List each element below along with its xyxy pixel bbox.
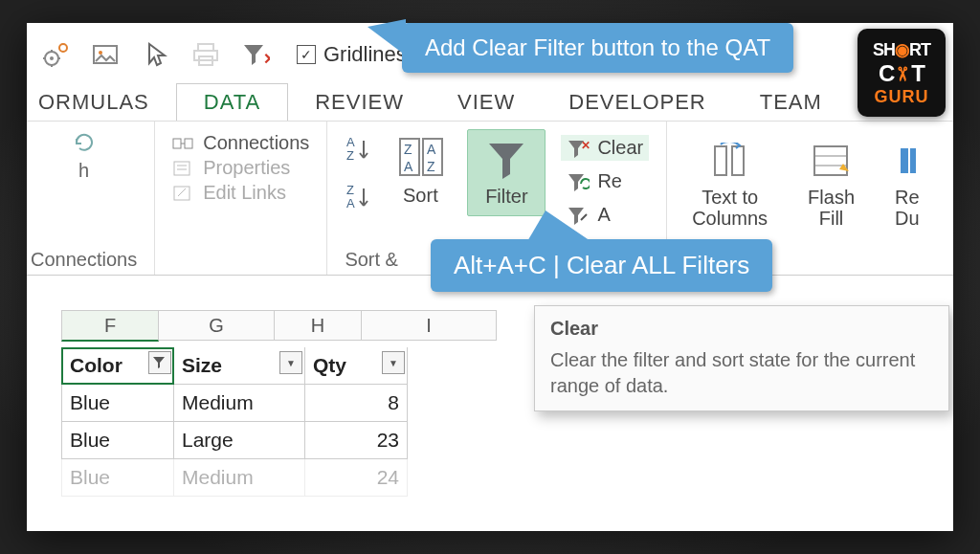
tab-view[interactable]: VIEW <box>431 84 542 121</box>
flash-fill-button[interactable]: FlashFill <box>800 137 862 234</box>
sort-desc-button[interactable]: ZA <box>345 183 373 215</box>
svg-rect-29 <box>814 146 847 175</box>
svg-text:A: A <box>427 142 436 157</box>
funnel-clear-icon: ✕ <box>567 138 590 159</box>
group-refresh: h Connections <box>27 122 155 275</box>
tab-review[interactable]: REVIEW <box>288 84 431 121</box>
properties-button[interactable]: Properties <box>172 157 309 179</box>
filter-dropdown-icon[interactable] <box>148 351 171 374</box>
sort-asc-button[interactable]: AZ <box>345 135 373 167</box>
svg-text:Z: Z <box>404 142 412 157</box>
tooltip-body: Clear the filter and sort state for the … <box>550 347 933 399</box>
svg-point-2 <box>59 44 67 52</box>
tooltip-clear: Clear Clear the filter and sort state fo… <box>534 305 949 411</box>
shortcut-guru-logo: SH◉RT C✂T GURU <box>858 29 946 117</box>
callout-qat: Add Clear Filter button to the QAT <box>402 23 793 73</box>
svg-text:Z: Z <box>427 159 435 174</box>
filter-button[interactable]: Filter <box>467 129 546 216</box>
svg-rect-12 <box>174 162 189 175</box>
table-row: Blue Medium 24 <box>61 459 953 497</box>
tab-developer[interactable]: DEVELOPER <box>542 84 733 121</box>
svg-rect-10 <box>185 139 192 148</box>
col-header-G[interactable]: G <box>159 310 275 341</box>
svg-rect-33 <box>910 148 916 173</box>
text-to-columns-button[interactable]: Text toColumns <box>684 137 775 234</box>
callout-shortcut: Alt+A+C | Clear ALL Filters <box>431 239 772 292</box>
svg-rect-32 <box>901 148 908 173</box>
group-connections: Connections Properties Edit Links <box>155 122 327 275</box>
print-icon[interactable] <box>189 38 222 71</box>
connections-button[interactable]: Connections <box>172 132 309 154</box>
svg-rect-27 <box>715 146 726 175</box>
funnel-reapply-icon <box>567 171 590 192</box>
tooltip-title: Clear <box>550 318 933 340</box>
checkbox-icon: ✓ <box>297 45 316 64</box>
svg-text:Z: Z <box>346 148 354 163</box>
svg-rect-28 <box>732 146 744 175</box>
header-qty[interactable]: Qty▼ <box>305 347 408 385</box>
header-size[interactable]: Size▼ <box>174 347 305 385</box>
header-color[interactable]: Color <box>61 347 174 385</box>
tab-team[interactable]: TEAM <box>733 84 849 121</box>
svg-text:A: A <box>346 196 355 211</box>
col-header-H[interactable]: H <box>275 310 362 341</box>
picture-icon[interactable] <box>90 38 122 71</box>
svg-point-1 <box>50 56 54 60</box>
svg-point-4 <box>99 51 102 55</box>
svg-text:✕: ✕ <box>263 51 270 67</box>
svg-rect-5 <box>198 44 213 51</box>
svg-rect-15 <box>174 187 189 200</box>
svg-text:✕: ✕ <box>581 139 590 152</box>
table-row: Blue Large 23 <box>61 422 953 459</box>
svg-text:A: A <box>404 159 413 174</box>
filter-dropdown-icon[interactable]: ▼ <box>382 351 405 374</box>
sort-button[interactable]: ZAAZ Sort <box>389 129 452 212</box>
filter-dropdown-icon[interactable]: ▼ <box>279 351 302 374</box>
tab-data[interactable]: DATA <box>176 83 288 121</box>
pointer-icon[interactable] <box>140 38 172 71</box>
svg-text:A: A <box>346 135 355 149</box>
clear-filter-qat-icon[interactable]: ✕ <box>239 38 272 71</box>
tab-formulas[interactable]: ORMULAS <box>34 84 176 121</box>
remove-dup-button[interactable]: ReDu <box>887 137 927 234</box>
col-header-I[interactable]: I <box>362 310 497 341</box>
reapply-button[interactable]: Re <box>561 168 649 194</box>
col-header-F[interactable]: F <box>61 310 159 342</box>
clear-filter-button[interactable]: ✕ Clear <box>561 135 649 161</box>
svg-rect-9 <box>173 139 181 148</box>
svg-text:Z: Z <box>346 183 354 197</box>
refresh-icon[interactable] <box>71 129 98 156</box>
ribbon-tabs: ORMULAS DATA REVIEW VIEW DEVELOPER TEAM <box>27 82 953 122</box>
edit-links-button[interactable]: Edit Links <box>172 182 309 204</box>
group-label-connections: Connections <box>31 249 137 271</box>
settings-icon[interactable] <box>40 38 73 71</box>
